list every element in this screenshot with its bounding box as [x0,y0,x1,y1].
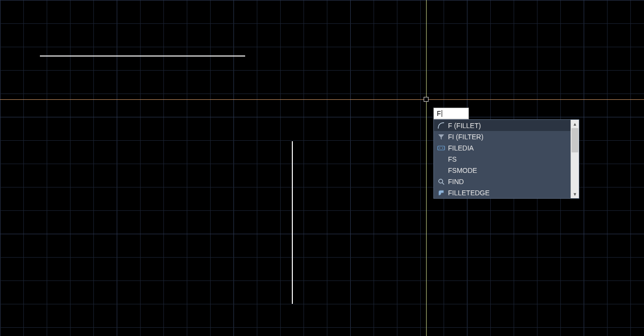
autocomplete-item[interactable]: F (FILLET) [434,120,571,131]
autocomplete-item[interactable]: FILEDIA [434,142,571,153]
svg-point-3 [439,179,443,183]
fillet-icon [437,121,446,130]
line-entity[interactable] [292,141,293,304]
line-entity[interactable] [40,56,245,56]
scroll-up-button[interactable]: ▲ [571,120,579,128]
autocomplete-item[interactable]: FS [434,153,571,165]
filter-icon [437,132,446,141]
svg-rect-0 [438,146,445,150]
autocomplete-item[interactable]: FSMODE [434,165,571,176]
autocomplete-item-label: FS [448,155,457,163]
autocomplete-item[interactable]: FI (FILTER) [434,131,571,142]
find-icon [437,177,446,186]
autocomplete-item-label: FI (FILTER) [448,133,483,141]
autocomplete-item[interactable]: FIND [434,176,571,187]
autocomplete-item-label: FILLETEDGE [448,189,490,197]
filletedge-icon [437,188,446,197]
svg-point-2 [442,148,443,149]
drawing-canvas[interactable]: F F (FILLET)FI (FILTER)FILEDIAFSFSMODEFI… [0,0,644,336]
svg-point-1 [439,148,440,149]
none [437,155,446,164]
variable-icon [437,144,446,152]
text-caret [442,110,442,117]
autocomplete-item-label: FIND [448,178,464,186]
autocomplete-item-label: FSMODE [448,167,477,174]
autocomplete-item-label: F (FILLET) [448,122,481,130]
svg-line-4 [442,183,444,185]
scrollbar[interactable]: ▲ ▼ [571,120,579,198]
autocomplete-item[interactable]: FILLETEDGE [434,187,571,198]
autocomplete-popup: F (FILLET)FI (FILTER)FILEDIAFSFSMODEFIND… [433,119,579,199]
crosshair-vertical [426,0,427,336]
autocomplete-item-label: FILEDIA [448,144,474,152]
crosshair-horizontal [0,99,644,100]
scroll-track[interactable] [571,128,579,190]
scroll-thumb[interactable] [572,128,578,152]
crosshair-pickbox [424,97,429,102]
command-input[interactable]: F [433,108,469,119]
none [437,166,446,175]
scroll-down-button[interactable]: ▼ [571,190,579,198]
command-input-value: F [437,110,441,117]
autocomplete-list: F (FILLET)FI (FILTER)FILEDIAFSFSMODEFIND… [434,120,571,198]
